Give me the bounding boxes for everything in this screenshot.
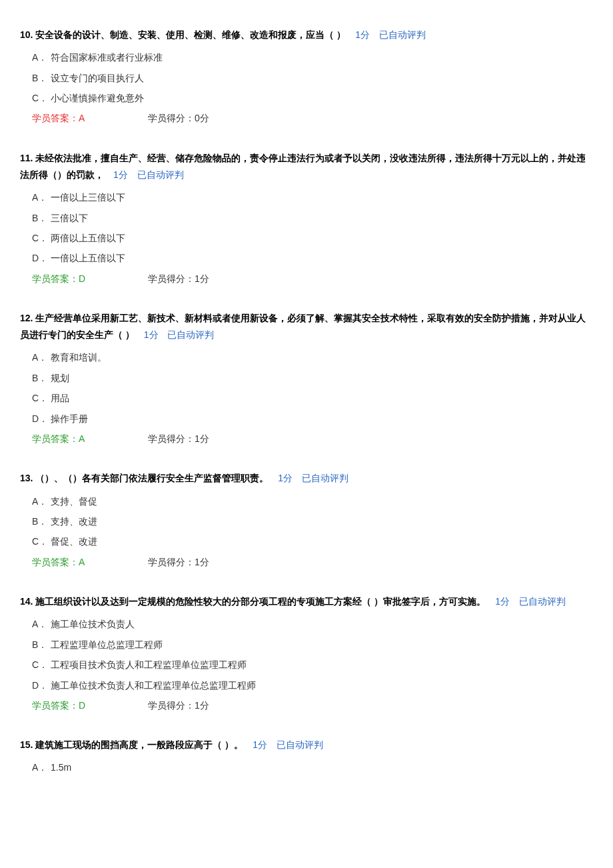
answer-row: 学员答案：D 学员得分：1分	[20, 271, 593, 286]
student-score: 学员得分：1分	[148, 557, 209, 567]
answer-row: 学员答案：A 学员得分：1分	[20, 431, 593, 446]
question-11: 11. 未经依法批准，擅自生产、经营、储存危险物品的，责令停止违法行为或者予以关…	[20, 150, 593, 286]
question-number: 14.	[20, 596, 33, 607]
option-a: A．一倍以上三倍以下	[32, 190, 593, 205]
question-header: 13. （）、（）各有关部门依法履行安全生产监督管理职责。 1分 已自动评判	[20, 470, 593, 487]
auto-judge-label: 已自动评判	[302, 473, 348, 483]
answer-row: 学员答案：A 学员得分：0分	[20, 111, 593, 125]
options-list: A．符合国家标准或者行业标准 B．设立专门的项目执行人 C．小心谨慎操作避免意外	[20, 50, 593, 105]
question-header: 12. 生产经营单位采用新工艺、新技术、新材料或者使用新设备，必须了解、掌握其安…	[20, 310, 593, 343]
student-score: 学员得分：1分	[148, 273, 209, 284]
option-b: B．三倍以下	[32, 211, 593, 225]
option-d: D．施工单位技术负责人和工程监理单位总监理工程师	[32, 678, 593, 693]
question-text: 施工组织设计以及达到一定规模的危险性较大的分部分项工程的专项施工方案经（ ）审批…	[35, 596, 486, 607]
question-12: 12. 生产经营单位采用新工艺、新技术、新材料或者使用新设备，必须了解、掌握其安…	[20, 310, 593, 446]
question-15: 15. 建筑施工现场的围挡高度，一般路段应高于（ ）。 1分 已自动评判 A．1…	[20, 737, 593, 775]
question-header: 14. 施工组织设计以及达到一定规模的危险性较大的分部分项工程的专项施工方案经（…	[20, 593, 593, 610]
auto-judge-label: 已自动评判	[519, 596, 566, 607]
student-answer: 学员答案：D	[32, 698, 145, 713]
question-number: 11.	[20, 153, 33, 163]
option-c: C．两倍以上五倍以下	[32, 231, 593, 245]
option-c: C．小心谨慎操作避免意外	[32, 91, 593, 105]
options-list: A．1.5m	[20, 760, 593, 775]
student-score: 学员得分：1分	[148, 433, 209, 444]
student-answer: 学员答案：A	[32, 555, 145, 569]
question-text: 生产经营单位采用新工艺、新技术、新材料或者使用新设备，必须了解、掌握其安全技术特…	[20, 313, 586, 340]
option-a: A．符合国家标准或者行业标准	[32, 50, 593, 65]
question-13: 13. （）、（）各有关部门依法履行安全生产监督管理职责。 1分 已自动评判 A…	[20, 470, 593, 569]
options-list: A．一倍以上三倍以下 B．三倍以下 C．两倍以上五倍以下 D．一倍以上五倍以下	[20, 190, 593, 266]
student-score: 学员得分：1分	[148, 700, 209, 711]
student-answer: 学员答案：A	[32, 431, 145, 446]
question-score: 1分	[355, 29, 370, 40]
auto-judge-label: 已自动评判	[379, 29, 426, 40]
question-14: 14. 施工组织设计以及达到一定规模的危险性较大的分部分项工程的专项施工方案经（…	[20, 593, 593, 713]
question-header: 11. 未经依法批准，擅自生产、经营、储存危险物品的，责令停止违法行为或者予以关…	[20, 150, 593, 183]
option-b: B．支持、改进	[32, 514, 593, 529]
option-d: D．一倍以上五倍以下	[32, 251, 593, 265]
option-c: C．用品	[32, 391, 593, 405]
question-text: 建筑施工现场的围挡高度，一般路段应高于（ ）。	[35, 739, 243, 750]
question-text: （）、（）各有关部门依法履行安全生产监督管理职责。	[35, 473, 269, 483]
option-a: A．1.5m	[32, 760, 593, 775]
option-b: B．设立专门的项目执行人	[32, 71, 593, 85]
student-answer: 学员答案：D	[32, 271, 145, 286]
student-score: 学员得分：0分	[148, 113, 209, 123]
option-b: B．规划	[32, 371, 593, 385]
question-number: 12.	[20, 313, 33, 323]
answer-row: 学员答案：D 学员得分：1分	[20, 698, 593, 713]
question-score: 1分	[144, 329, 159, 340]
student-answer: 学员答案：A	[32, 111, 145, 125]
options-list: A．教育和培训。 B．规划 C．用品 D．操作手册	[20, 350, 593, 426]
option-c: C．督促、改进	[32, 534, 593, 549]
question-text: 未经依法批准，擅自生产、经营、储存危险物品的，责令停止违法行为或者予以关闭，没收…	[20, 153, 586, 180]
question-number: 15.	[20, 739, 33, 750]
option-a: A．支持、督促	[32, 494, 593, 509]
option-a: A．教育和培训。	[32, 350, 593, 365]
question-header: 10. 安全设备的设计、制造、安装、使用、检测、维修、改造和报废，应当（ ） 1…	[20, 27, 593, 43]
options-list: A．支持、督促 B．支持、改进 C．督促、改进	[20, 494, 593, 549]
answer-row: 学员答案：A 学员得分：1分	[20, 555, 593, 569]
question-score: 1分	[278, 473, 293, 483]
question-score: 1分	[495, 596, 510, 607]
question-10: 10. 安全设备的设计、制造、安装、使用、检测、维修、改造和报废，应当（ ） 1…	[20, 27, 593, 126]
auto-judge-label: 已自动评判	[167, 329, 214, 340]
question-score: 1分	[253, 739, 267, 750]
question-number: 13.	[20, 473, 33, 483]
auto-judge-label: 已自动评判	[137, 169, 184, 180]
question-header: 15. 建筑施工现场的围挡高度，一般路段应高于（ ）。 1分 已自动评判	[20, 737, 593, 753]
option-b: B．工程监理单位总监理工程师	[32, 637, 593, 652]
question-text: 安全设备的设计、制造、安装、使用、检测、维修、改造和报废，应当（ ）	[35, 29, 346, 40]
option-c: C．工程项目技术负责人和工程监理单位监理工程师	[32, 657, 593, 672]
option-a: A．施工单位技术负责人	[32, 617, 593, 631]
auto-judge-label: 已自动评判	[277, 739, 323, 750]
option-d: D．操作手册	[32, 411, 593, 426]
options-list: A．施工单位技术负责人 B．工程监理单位总监理工程师 C．工程项目技术负责人和工…	[20, 617, 593, 693]
question-number: 10.	[20, 29, 33, 40]
question-score: 1分	[113, 169, 128, 180]
